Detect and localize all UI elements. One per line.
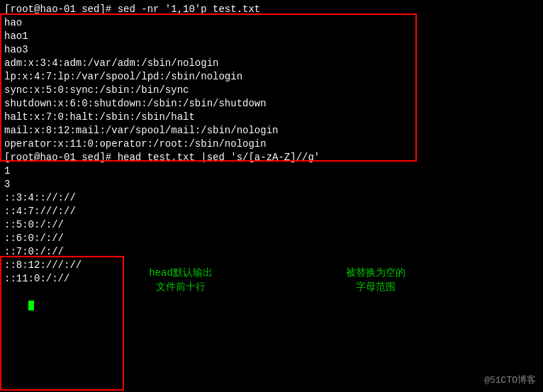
output-line-3: hao3	[4, 43, 539, 57]
output-line-16: ::3:4:://://	[4, 191, 539, 205]
output-line-1: hao	[4, 16, 539, 30]
output-line-5: lp:x:4:7:lp:/var/spool/lpd:/sbin/nologin	[4, 70, 539, 84]
output-line-21: ::8:12:///://	[4, 259, 539, 272]
prompt-line-0: [root@hao-01 sed]# sed -nr '1,10'p test.…	[4, 3, 539, 16]
output-line-18: ::5:0:/://	[4, 218, 539, 232]
annotation-replace-line2: 字母范围	[330, 280, 422, 294]
output-line-8: halt:x:7:0:halt:/sbin:/sbin/halt	[4, 111, 539, 124]
output-line-14: 3	[4, 178, 539, 191]
output-line-22: ::11:0:/://	[4, 272, 539, 286]
output-line-10: operator:x:11:0:operator:/root:/sbin/nol…	[4, 138, 539, 151]
annotation-head-line2: 文件前十行	[135, 280, 227, 294]
prompt-line-11: [root@hao-01 sed]# head test.txt |sed 's…	[4, 151, 539, 164]
output-line-6: sync:x:5:0:sync:/sbin:/bin/sync	[4, 84, 539, 97]
cursor-line	[4, 286, 539, 326]
output-line-20: ::7:0:/://	[4, 245, 539, 259]
output-line-4: adm:x:3:4:adm:/var/adm:/sbin/nologin	[4, 57, 539, 70]
output-line-9: mail:x:8:12:mail:/var/spool/mail:/sbin/n…	[4, 124, 539, 138]
annotation-replace-line1: 被替换为空的	[330, 266, 422, 280]
output-line-7: shutdown:x:6:0:shutdown:/sbin:/sbin/shut…	[4, 97, 539, 111]
output-line-19: ::6:0:/://	[4, 232, 539, 245]
output-line-12: 1	[4, 164, 539, 178]
terminal: [root@hao-01 sed]# sed -nr '1,10'p test.…	[0, 0, 543, 392]
annotation-replace: 被替换为空的 字母范围	[330, 266, 422, 294]
cursor-block	[28, 301, 34, 310]
annotation-head: head默认输出 文件前十行	[135, 266, 227, 294]
annotation-head-line1: head默认输出	[135, 266, 227, 280]
output-line-2: hao1	[4, 30, 539, 43]
watermark: @51CTO博客	[484, 374, 536, 386]
output-line-17: ::4:7:///://	[4, 205, 539, 218]
